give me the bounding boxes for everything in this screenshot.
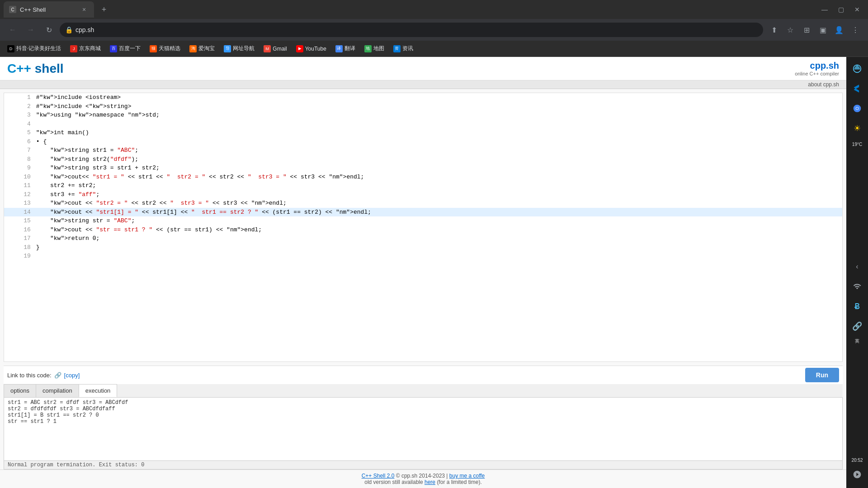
extensions-icon[interactable]: ⊞ xyxy=(799,23,814,37)
code-line: "kw">cout << "str == str1 ? " << (str ==… xyxy=(34,225,842,235)
title-bar: C C++ Shell × + — ▢ ✕ xyxy=(0,0,868,19)
site-header: C++ shell cpp.sh online C++ compiler xyxy=(0,57,846,80)
line-number: 3 xyxy=(4,111,34,120)
line-number: 7 xyxy=(4,146,34,155)
execution-tab[interactable]: execution xyxy=(79,384,118,397)
coffee-link[interactable]: buy me a coffe xyxy=(449,473,485,479)
code-line: "kw">int main() xyxy=(34,128,842,137)
bookmark-ditu[interactable]: 地 地图 xyxy=(361,43,388,54)
code-line xyxy=(34,120,842,129)
run-button[interactable]: Run xyxy=(805,368,839,382)
bookmark-douyin-label: 抖音·记录美好生活 xyxy=(16,45,61,52)
bookmark-zixun-label: 资讯 xyxy=(402,45,413,52)
footer-link[interactable]: C++ Shell 2.0 xyxy=(362,473,395,479)
address-input[interactable]: 🔒 cpp.sh xyxy=(60,23,763,37)
bookmark-youtube[interactable]: ▶ YouTube xyxy=(292,43,330,54)
edge-weather-icon[interactable]: ☀ xyxy=(849,120,865,136)
output-tab-bar: options compilation execution xyxy=(4,384,843,398)
edge-lang: 英 xyxy=(855,338,859,344)
bookmark-gmail[interactable]: M Gmail xyxy=(260,43,290,54)
bookmark-zixun[interactable]: 资 资讯 xyxy=(390,43,417,54)
bookmark-ditu-label: 地图 xyxy=(373,45,384,52)
share-icon[interactable]: ⬆ xyxy=(767,23,781,37)
code-line: "kw">return 0; xyxy=(34,234,842,243)
tab-close-button[interactable]: × xyxy=(80,5,89,14)
edge-bluetooth-icon[interactable]: Ƀ xyxy=(849,298,865,314)
douyin-favicon: D xyxy=(7,45,14,52)
bookmark-baidu[interactable]: 百 百度一下 xyxy=(106,43,144,54)
edge-chrome-icon[interactable] xyxy=(849,100,865,117)
tianmao-favicon: 猫 xyxy=(150,45,157,52)
bookmark-fanyi[interactable]: 译 翻译 xyxy=(332,43,359,54)
browser-chrome: C C++ Shell × + — ▢ ✕ ← → ↻ 🔒 cpp.sh ⬆ ☆… xyxy=(0,0,868,488)
back-button[interactable]: ← xyxy=(5,23,20,37)
svg-point-3 xyxy=(856,108,859,110)
split-view-icon[interactable]: ▣ xyxy=(816,23,830,37)
line-number: 11 xyxy=(4,181,34,190)
line-number: 1 xyxy=(4,93,34,102)
bookmark-douyin[interactable]: D 抖音·记录美好生活 xyxy=(4,43,65,54)
edge-link-icon[interactable]: 🔗 xyxy=(849,318,865,334)
line-number: 9 xyxy=(4,164,34,173)
edge-expand-icon[interactable]: ‹ xyxy=(849,258,865,275)
bookmark-wangzhi[interactable]: 导 网址导航 xyxy=(220,43,258,54)
edge-vscode-icon[interactable] xyxy=(849,80,865,97)
bookmark-youtube-label: YouTube xyxy=(305,46,326,52)
code-editor[interactable]: 1#"kw">include <iostream>2#"kw">include … xyxy=(4,93,843,362)
maximize-button[interactable]: ▢ xyxy=(834,2,848,17)
output-line: str2 = dfdfdfdf str3 = ABCdfdfaff xyxy=(8,406,839,412)
line-number: 10 xyxy=(4,173,34,182)
website-content: C++ shell cpp.sh online C++ compiler abo… xyxy=(0,57,846,488)
edge-sidebar: ☀ 19°C ‹ Ƀ 🔗 英 20:52 xyxy=(846,57,868,488)
new-tab-button[interactable]: + xyxy=(98,3,110,16)
line-number: 8 xyxy=(4,155,34,164)
refresh-button[interactable]: ↻ xyxy=(42,23,56,37)
compilation-tab[interactable]: compilation xyxy=(36,384,79,397)
bookmark-jd-label: 京东商城 xyxy=(79,45,101,52)
menu-icon[interactable]: ⋮ xyxy=(848,23,863,37)
link-label: Link to this code: xyxy=(7,372,52,379)
edge-home-icon[interactable] xyxy=(849,61,865,77)
output-area: str1 = ABC str2 = dfdf str3 = ABCdfdfstr… xyxy=(4,398,843,461)
bookmark-aicaibao[interactable]: 淘 爱淘宝 xyxy=(186,43,218,54)
copy-link-button[interactable]: [copy] xyxy=(64,372,80,379)
footer-limited: (for a limited time). xyxy=(437,479,481,485)
line-number: 2 xyxy=(4,102,34,111)
code-line: "kw">cout << "str2 = " << str2 << " str3… xyxy=(34,199,842,208)
bookmark-jingdong[interactable]: J 京东商城 xyxy=(66,43,104,54)
code-line: "kw">cout<< "str1 = " << str1 << " str2 … xyxy=(34,173,842,182)
close-button[interactable]: ✕ xyxy=(850,2,864,17)
code-line: #"kw">include <iostream> xyxy=(34,93,842,102)
bookmark-baidu-label: 百度一下 xyxy=(119,45,141,52)
minimize-button[interactable]: — xyxy=(817,2,832,17)
code-line: "kw">string str = "ABC"; xyxy=(34,216,842,225)
edge-wifi-icon[interactable] xyxy=(849,278,865,295)
line-number: 14 xyxy=(4,208,34,217)
zixun-favicon: 资 xyxy=(393,45,401,52)
site-brand-sub: online C++ compiler xyxy=(795,71,839,76)
about-link[interactable]: about cpp.sh xyxy=(808,81,839,88)
youtube-favicon: ▶ xyxy=(296,45,303,52)
address-bar: ← → ↻ 🔒 cpp.sh ⬆ ☆ ⊞ ▣ 👤 ⋮ xyxy=(0,19,868,41)
bookmark-tianmao[interactable]: 猫 天猫精选 xyxy=(146,43,184,54)
line-number: 4 xyxy=(4,120,34,129)
output-line: str == str1 ? 1 xyxy=(8,418,839,425)
address-text: cpp.sh xyxy=(75,26,94,33)
line-number: 16 xyxy=(4,225,34,235)
site-footer: C++ Shell 2.0 © cpp.sh 2014-2023 | buy m… xyxy=(0,469,846,488)
profile-icon[interactable]: 👤 xyxy=(832,23,846,37)
site-brand: cpp.sh online C++ compiler xyxy=(795,61,839,76)
edge-user-icon[interactable] xyxy=(849,466,865,483)
bookmark-icon[interactable]: ☆ xyxy=(783,23,797,37)
link-section: Link to this code: 🔗 [copy] xyxy=(7,372,80,379)
options-tab[interactable]: options xyxy=(4,384,36,397)
wangzhi-favicon: 导 xyxy=(224,45,231,52)
active-tab[interactable]: C C++ Shell × xyxy=(4,1,94,18)
forward-button[interactable]: → xyxy=(24,23,38,37)
toolbar-icons: ⬆ ☆ ⊞ ▣ 👤 ⋮ xyxy=(767,23,863,37)
footer-copyright: © cpp.sh 2014-2023 | xyxy=(396,473,448,479)
bookmark-gmail-label: Gmail xyxy=(273,46,287,52)
about-bar: about cpp.sh xyxy=(0,80,846,89)
code-line: "kw">string str2("dfdf"); xyxy=(34,155,842,164)
here-link[interactable]: here xyxy=(425,479,435,485)
